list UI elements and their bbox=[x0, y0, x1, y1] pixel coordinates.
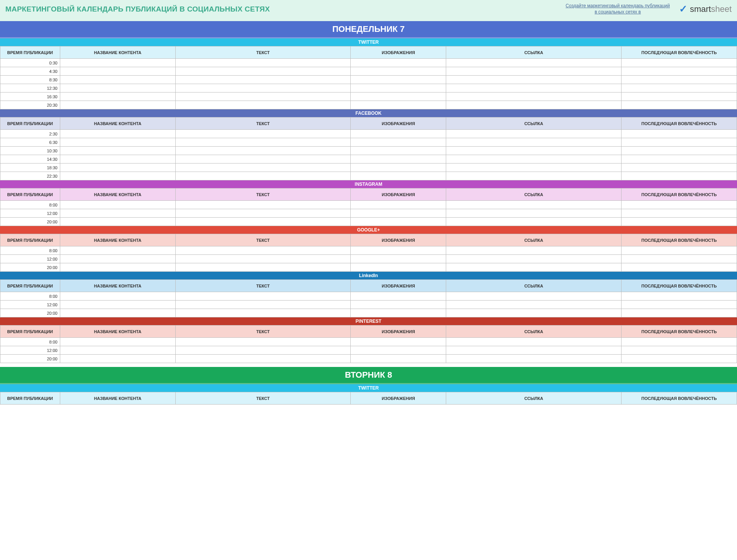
data-cell[interactable] bbox=[60, 201, 175, 209]
time-cell[interactable]: 20:00 bbox=[0, 355, 60, 363]
data-cell[interactable] bbox=[621, 84, 737, 93]
data-cell[interactable] bbox=[446, 164, 622, 172]
data-cell[interactable] bbox=[351, 155, 446, 164]
data-cell[interactable] bbox=[351, 138, 446, 147]
data-cell[interactable] bbox=[175, 355, 351, 363]
data-cell[interactable] bbox=[60, 155, 175, 164]
data-cell[interactable] bbox=[351, 246, 446, 255]
time-cell[interactable]: 20:00 bbox=[0, 218, 60, 226]
data-cell[interactable] bbox=[621, 338, 737, 346]
data-cell[interactable] bbox=[175, 172, 351, 180]
data-cell[interactable] bbox=[351, 164, 446, 172]
data-cell[interactable] bbox=[175, 93, 351, 101]
data-cell[interactable] bbox=[175, 76, 351, 84]
data-cell[interactable] bbox=[446, 309, 622, 317]
data-cell[interactable] bbox=[621, 164, 737, 172]
data-cell[interactable] bbox=[351, 355, 446, 363]
data-cell[interactable] bbox=[175, 138, 351, 147]
data-cell[interactable] bbox=[446, 147, 622, 155]
data-cell[interactable] bbox=[351, 101, 446, 109]
data-cell[interactable] bbox=[621, 155, 737, 164]
data-cell[interactable] bbox=[351, 209, 446, 218]
data-cell[interactable] bbox=[351, 346, 446, 355]
data-cell[interactable] bbox=[621, 76, 737, 84]
time-cell[interactable]: 20:30 bbox=[0, 101, 60, 109]
data-cell[interactable] bbox=[621, 263, 737, 272]
data-cell[interactable] bbox=[351, 59, 446, 67]
data-cell[interactable] bbox=[351, 255, 446, 263]
data-cell[interactable] bbox=[60, 338, 175, 346]
data-cell[interactable] bbox=[446, 84, 622, 93]
data-cell[interactable] bbox=[351, 84, 446, 93]
data-cell[interactable] bbox=[175, 301, 351, 309]
time-cell[interactable]: 12:00 bbox=[0, 209, 60, 218]
data-cell[interactable] bbox=[621, 355, 737, 363]
data-cell[interactable] bbox=[621, 246, 737, 255]
data-cell[interactable] bbox=[60, 209, 175, 218]
time-cell[interactable]: 8:00 bbox=[0, 338, 60, 346]
time-cell[interactable]: 22:30 bbox=[0, 172, 60, 180]
time-cell[interactable]: 8:00 bbox=[0, 292, 60, 301]
data-cell[interactable] bbox=[60, 301, 175, 309]
data-cell[interactable] bbox=[60, 255, 175, 263]
data-cell[interactable] bbox=[446, 292, 622, 301]
data-cell[interactable] bbox=[175, 147, 351, 155]
data-cell[interactable] bbox=[351, 338, 446, 346]
data-cell[interactable] bbox=[60, 76, 175, 84]
time-cell[interactable]: 12:00 bbox=[0, 255, 60, 263]
data-cell[interactable] bbox=[446, 76, 622, 84]
data-cell[interactable] bbox=[446, 338, 622, 346]
data-cell[interactable] bbox=[351, 93, 446, 101]
time-cell[interactable]: 4:30 bbox=[0, 67, 60, 76]
create-calendar-link[interactable]: Создайте маркетинговый календарь публика… bbox=[564, 3, 671, 15]
data-cell[interactable] bbox=[351, 67, 446, 76]
data-cell[interactable] bbox=[446, 67, 622, 76]
data-cell[interactable] bbox=[446, 130, 622, 138]
data-cell[interactable] bbox=[175, 101, 351, 109]
data-cell[interactable] bbox=[446, 355, 622, 363]
data-cell[interactable] bbox=[446, 59, 622, 67]
data-cell[interactable] bbox=[446, 263, 622, 272]
data-cell[interactable] bbox=[446, 201, 622, 209]
data-cell[interactable] bbox=[175, 130, 351, 138]
data-cell[interactable] bbox=[60, 346, 175, 355]
data-cell[interactable] bbox=[175, 201, 351, 209]
data-cell[interactable] bbox=[446, 209, 622, 218]
data-cell[interactable] bbox=[351, 301, 446, 309]
data-cell[interactable] bbox=[175, 246, 351, 255]
data-cell[interactable] bbox=[60, 355, 175, 363]
data-cell[interactable] bbox=[60, 101, 175, 109]
time-cell[interactable]: 6:30 bbox=[0, 138, 60, 147]
data-cell[interactable] bbox=[60, 93, 175, 101]
data-cell[interactable] bbox=[351, 263, 446, 272]
data-cell[interactable] bbox=[60, 138, 175, 147]
data-cell[interactable] bbox=[446, 301, 622, 309]
data-cell[interactable] bbox=[621, 346, 737, 355]
data-cell[interactable] bbox=[175, 218, 351, 226]
data-cell[interactable] bbox=[446, 93, 622, 101]
data-cell[interactable] bbox=[175, 155, 351, 164]
data-cell[interactable] bbox=[446, 138, 622, 147]
data-cell[interactable] bbox=[60, 246, 175, 255]
data-cell[interactable] bbox=[446, 101, 622, 109]
data-cell[interactable] bbox=[446, 255, 622, 263]
time-cell[interactable]: 10:30 bbox=[0, 147, 60, 155]
data-cell[interactable] bbox=[175, 309, 351, 317]
time-cell[interactable]: 2:30 bbox=[0, 130, 60, 138]
data-cell[interactable] bbox=[621, 101, 737, 109]
data-cell[interactable] bbox=[351, 76, 446, 84]
time-cell[interactable]: 0:30 bbox=[0, 59, 60, 67]
data-cell[interactable] bbox=[175, 346, 351, 355]
data-cell[interactable] bbox=[621, 172, 737, 180]
data-cell[interactable] bbox=[446, 246, 622, 255]
data-cell[interactable] bbox=[351, 218, 446, 226]
time-cell[interactable]: 8:00 bbox=[0, 246, 60, 255]
time-cell[interactable]: 12:00 bbox=[0, 301, 60, 309]
data-cell[interactable] bbox=[351, 309, 446, 317]
data-cell[interactable] bbox=[621, 201, 737, 209]
data-cell[interactable] bbox=[446, 346, 622, 355]
data-cell[interactable] bbox=[351, 147, 446, 155]
data-cell[interactable] bbox=[446, 155, 622, 164]
data-cell[interactable] bbox=[175, 164, 351, 172]
data-cell[interactable] bbox=[175, 263, 351, 272]
